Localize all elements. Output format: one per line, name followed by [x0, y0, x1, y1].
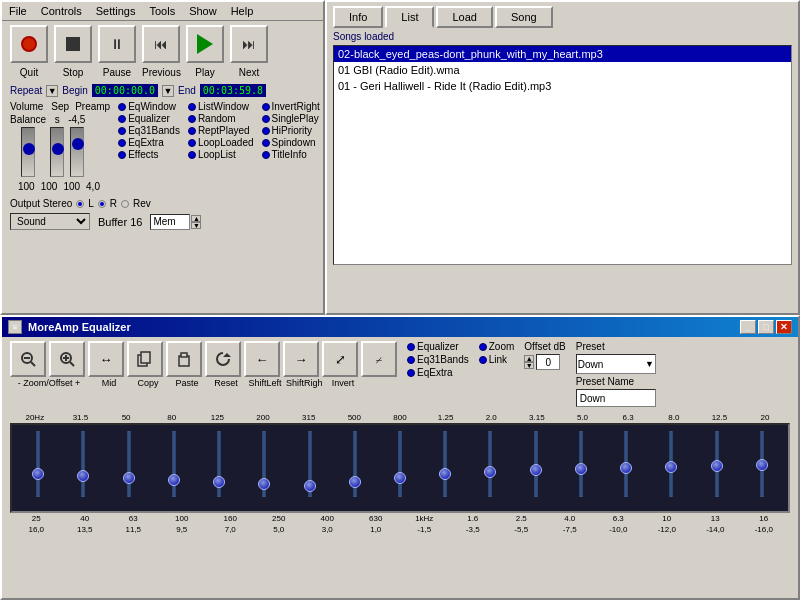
- eq-band-knob-16[interactable]: [756, 459, 768, 471]
- eq-band-4[interactable]: [197, 427, 241, 509]
- output-rev[interactable]: [121, 200, 129, 208]
- stop-button[interactable]: [54, 25, 92, 63]
- offset-btn[interactable]: ↔: [88, 341, 124, 377]
- option-eq31bands[interactable]: Eq31Bands: [118, 125, 180, 136]
- zoom-plus-btn[interactable]: [49, 341, 85, 377]
- option-hipriority[interactable]: HiPriority: [262, 125, 320, 136]
- sound-dropdown[interactable]: Sound: [10, 213, 90, 230]
- eq-band-11[interactable]: [514, 427, 558, 509]
- preset-name-input[interactable]: [576, 389, 656, 407]
- play-button[interactable]: [186, 25, 224, 63]
- option-titleinfo[interactable]: TitleInfo: [262, 149, 320, 160]
- eq-band-knob-8[interactable]: [394, 472, 406, 484]
- eq-option-eq31bands[interactable]: Eq31Bands: [407, 354, 469, 365]
- eq-band-13[interactable]: [604, 427, 648, 509]
- eq-band-knob-7[interactable]: [349, 476, 361, 488]
- option-singleplay[interactable]: SinglePlay: [262, 113, 320, 124]
- playlist-item-2[interactable]: 01 - Geri Halliwell - Ride It (Radio Edi…: [334, 78, 791, 94]
- shiftright-btn[interactable]: →: [283, 341, 319, 377]
- tab-song[interactable]: Song: [495, 6, 553, 28]
- zoom-minus-btn[interactable]: [10, 341, 46, 377]
- option-eqwindow[interactable]: EqWindow: [118, 101, 180, 112]
- sep-slider[interactable]: [50, 127, 64, 177]
- eq-option-eqextra[interactable]: EqExtra: [407, 367, 469, 378]
- option-listwindow[interactable]: ListWindow: [188, 101, 254, 112]
- menu-controls[interactable]: Controls: [38, 4, 85, 18]
- copy-btn[interactable]: [127, 341, 163, 377]
- option-looplist[interactable]: LoopList: [188, 149, 254, 160]
- eq-band-8[interactable]: [378, 427, 422, 509]
- menu-settings[interactable]: Settings: [93, 4, 139, 18]
- offset-value[interactable]: 0: [536, 354, 560, 370]
- eq-band-16[interactable]: [740, 427, 784, 509]
- option-random[interactable]: Random: [188, 113, 254, 124]
- eq-band-14[interactable]: [649, 427, 693, 509]
- eq-band-2[interactable]: [106, 427, 150, 509]
- eq-band-knob-0[interactable]: [32, 468, 44, 480]
- output-r[interactable]: [98, 200, 106, 208]
- menu-help[interactable]: Help: [228, 4, 257, 18]
- previous-button[interactable]: ⏮: [142, 25, 180, 63]
- tab-load[interactable]: Load: [436, 6, 492, 28]
- eq-band-1[interactable]: [61, 427, 105, 509]
- eq-band-knob-3[interactable]: [168, 474, 180, 486]
- repeat-dropdown[interactable]: ▼: [46, 85, 58, 97]
- pause-button[interactable]: ⏸: [98, 25, 136, 63]
- quit-button[interactable]: [10, 25, 48, 63]
- eq-band-knob-14[interactable]: [665, 461, 677, 473]
- maximize-button[interactable]: □: [758, 320, 774, 334]
- playlist-list[interactable]: 02-black_eyed_peas-dont_phunk_with_my_he…: [333, 45, 792, 265]
- eq-band-knob-9[interactable]: [439, 468, 451, 480]
- option-reptplayed[interactable]: ReptPlayed: [188, 125, 254, 136]
- menu-file[interactable]: File: [6, 4, 30, 18]
- eq-option-zoom[interactable]: Zoom: [479, 341, 515, 352]
- mem-spinbox[interactable]: Mem: [150, 214, 190, 230]
- volume-slider[interactable]: [21, 127, 35, 177]
- option-invertright[interactable]: InvertRight: [262, 101, 320, 112]
- invert-btn[interactable]: ⌿: [361, 341, 397, 377]
- eq-band-knob-12[interactable]: [575, 463, 587, 475]
- eq-band-knob-4[interactable]: [213, 476, 225, 488]
- minimize-button[interactable]: _: [740, 320, 756, 334]
- eq-band-knob-13[interactable]: [620, 462, 632, 474]
- eq-band-6[interactable]: [287, 427, 331, 509]
- eq-bands-container[interactable]: [10, 423, 790, 513]
- eq-band-5[interactable]: [242, 427, 286, 509]
- eq-band-knob-6[interactable]: [304, 480, 316, 492]
- eq-band-knob-2[interactable]: [123, 472, 135, 484]
- menu-tools[interactable]: Tools: [146, 4, 178, 18]
- tab-info[interactable]: Info: [333, 6, 383, 28]
- option-spindown[interactable]: Spindown: [262, 137, 320, 148]
- tab-list[interactable]: List: [385, 6, 434, 28]
- eq-band-knob-15[interactable]: [711, 460, 723, 472]
- shiftleft-btn[interactable]: ←: [244, 341, 280, 377]
- option-equalizer[interactable]: Equalizer: [118, 113, 180, 124]
- mem-down[interactable]: ▼: [191, 222, 201, 229]
- eq-band-knob-5[interactable]: [258, 478, 270, 490]
- eq-band-12[interactable]: [559, 427, 603, 509]
- eq-band-7[interactable]: [333, 427, 377, 509]
- option-eqextra[interactable]: EqExtra: [118, 137, 180, 148]
- playlist-item-1[interactable]: 01 GBI (Radio Edit).wma: [334, 62, 791, 78]
- eq-option-link[interactable]: Link: [479, 354, 515, 365]
- option-effects[interactable]: Effects: [118, 149, 180, 160]
- eq-band-3[interactable]: [152, 427, 196, 509]
- paste-btn[interactable]: [166, 341, 202, 377]
- menu-show[interactable]: Show: [186, 4, 220, 18]
- eq-band-knob-10[interactable]: [484, 466, 496, 478]
- eq-band-10[interactable]: [468, 427, 512, 509]
- zoom-fit-btn[interactable]: ⤢: [322, 341, 358, 377]
- eq-band-9[interactable]: [423, 427, 467, 509]
- begin-dropdown[interactable]: ▼: [162, 85, 174, 97]
- mem-up[interactable]: ▲: [191, 215, 201, 222]
- preset-dropdown[interactable]: Down ▼: [576, 354, 656, 374]
- eq-option-equalizer[interactable]: Equalizer: [407, 341, 469, 352]
- eq-band-0[interactable]: [16, 427, 60, 509]
- option-looploaded[interactable]: LoopLoaded: [188, 137, 254, 148]
- playlist-item-0[interactable]: 02-black_eyed_peas-dont_phunk_with_my_he…: [334, 46, 791, 62]
- eq-band-15[interactable]: [695, 427, 739, 509]
- eq-band-knob-1[interactable]: [77, 470, 89, 482]
- next-button[interactable]: ⏭: [230, 25, 268, 63]
- eq-band-knob-11[interactable]: [530, 464, 542, 476]
- reset-btn[interactable]: [205, 341, 241, 377]
